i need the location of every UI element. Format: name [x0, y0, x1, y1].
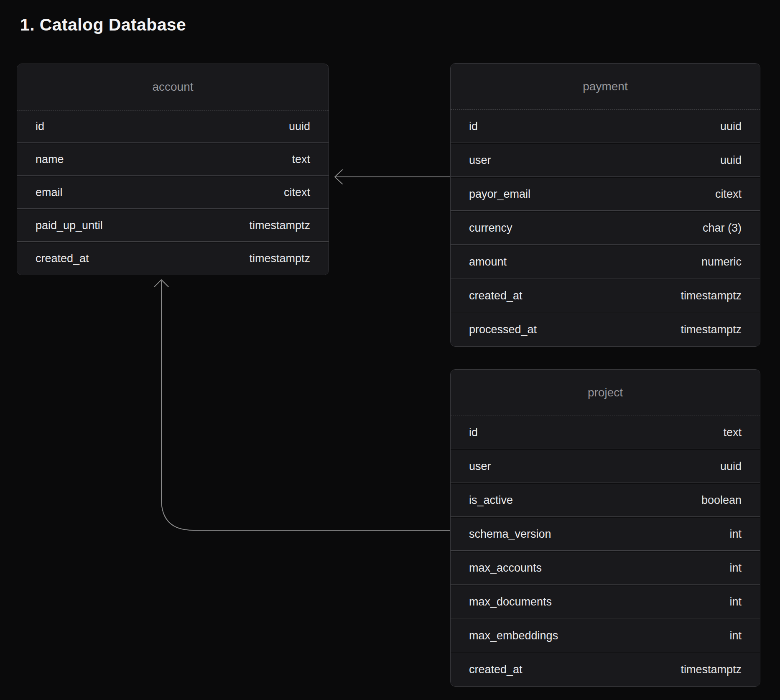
field-row-created_at[interactable]: created_attimestamptz [451, 279, 760, 312]
table-title: project [588, 386, 623, 399]
field-row-max_embeddings[interactable]: max_embeddingsint [451, 619, 760, 652]
field-name: created_at [36, 252, 89, 265]
field-row-id[interactable]: iduuid [451, 110, 760, 143]
field-row-amount[interactable]: amountnumeric [451, 245, 760, 278]
field-row-id[interactable]: idtext [451, 416, 760, 449]
field-name: id [469, 426, 478, 439]
relationship-project-to-account [154, 280, 450, 530]
page-title: 1. Catalog Database [20, 15, 186, 35]
field-type: int [729, 562, 742, 575]
field-row-currency[interactable]: currencychar (3) [451, 212, 760, 245]
field-name: max_embeddings [469, 629, 558, 642]
field-name: paid_up_until [36, 219, 103, 232]
field-name: id [469, 120, 478, 133]
field-type: timestamptz [681, 289, 742, 302]
field-name: processed_at [469, 323, 537, 336]
table-header-payment[interactable]: payment [451, 64, 760, 110]
field-type: uuid [289, 120, 310, 133]
field-row-max_documents[interactable]: max_documentsint [451, 585, 760, 618]
field-name: id [36, 120, 44, 133]
field-type: citext [284, 186, 310, 199]
table-body: idtextuseruuidis_activebooleanschema_ver… [451, 416, 760, 686]
field-name: currency [469, 222, 512, 235]
field-row-created_at[interactable]: created_attimestamptz [17, 243, 329, 275]
table-account[interactable]: accountiduuidnametextemailcitextpaid_up_… [17, 64, 329, 275]
field-name: user [469, 460, 491, 473]
arrowhead-icon [154, 280, 168, 287]
table-payment[interactable]: paymentiduuiduseruuidpayor_emailcitextcu… [450, 63, 760, 347]
field-row-created_at[interactable]: created_attimestamptz [451, 653, 760, 686]
field-type: uuid [720, 154, 742, 167]
table-title: payment [583, 80, 627, 93]
table-title: account [152, 80, 193, 94]
field-name: user [469, 154, 491, 167]
table-header-project[interactable]: project [451, 370, 760, 416]
relationship-payment-to-account [335, 170, 450, 184]
field-row-user[interactable]: useruuid [451, 144, 760, 177]
table-body: iduuidnametextemailcitextpaid_up_untilti… [17, 110, 329, 275]
field-name: created_at [469, 663, 523, 676]
field-row-paid_up_until[interactable]: paid_up_untiltimestamptz [17, 209, 329, 242]
field-row-id[interactable]: iduuid [17, 110, 329, 143]
field-type: timestamptz [249, 219, 310, 232]
field-name: email [36, 186, 63, 199]
field-type: int [729, 629, 742, 642]
arrowhead-icon [335, 170, 342, 184]
field-name: created_at [469, 289, 523, 302]
field-row-max_accounts[interactable]: max_accountsint [451, 552, 760, 585]
field-type: timestamptz [249, 252, 310, 265]
field-name: name [36, 153, 64, 166]
relationship-line [161, 281, 450, 530]
table-body: iduuiduseruuidpayor_emailcitextcurrencyc… [451, 110, 760, 346]
field-name: is_active [469, 494, 513, 507]
field-row-processed_at[interactable]: processed_attimestamptz [451, 313, 760, 346]
field-type: timestamptz [681, 323, 742, 336]
field-type: numeric [701, 255, 742, 268]
field-name: payor_email [469, 188, 530, 201]
field-name: amount [469, 255, 507, 268]
field-name: max_documents [469, 595, 552, 608]
field-type: int [729, 595, 742, 608]
field-type: char (3) [703, 222, 742, 235]
field-row-user[interactable]: useruuid [451, 450, 760, 483]
field-type: text [723, 426, 742, 439]
field-type: boolean [701, 494, 742, 507]
field-row-name[interactable]: nametext [17, 143, 329, 176]
table-project[interactable]: projectidtextuseruuidis_activebooleansch… [450, 369, 760, 687]
field-row-schema_version[interactable]: schema_versionint [451, 518, 760, 551]
table-header-account[interactable]: account [17, 64, 329, 110]
field-type: citext [715, 188, 742, 201]
field-type: int [729, 528, 742, 541]
field-type: uuid [720, 460, 742, 473]
field-type: timestamptz [681, 663, 742, 676]
field-type: text [292, 153, 310, 166]
field-name: schema_version [469, 528, 551, 541]
field-type: uuid [720, 120, 742, 133]
field-row-is_active[interactable]: is_activeboolean [451, 484, 760, 517]
field-row-payor_email[interactable]: payor_emailcitext [451, 178, 760, 211]
field-row-email[interactable]: emailcitext [17, 176, 329, 209]
field-name: max_accounts [469, 562, 542, 575]
